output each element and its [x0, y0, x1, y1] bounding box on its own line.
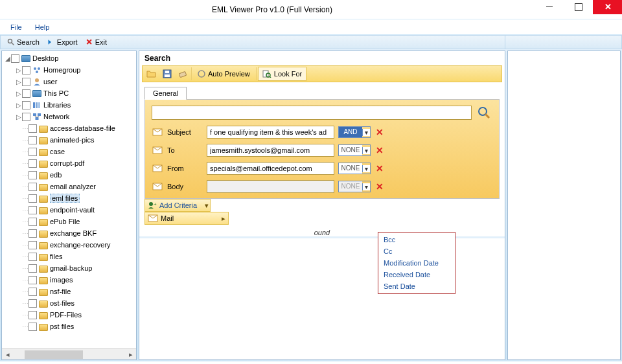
to-input[interactable]	[207, 144, 334, 157]
tree-checkbox[interactable]	[29, 323, 37, 331]
tree-checkbox[interactable]	[29, 124, 37, 133]
tree-checkbox[interactable]	[29, 171, 37, 179]
tree-item[interactable]: ⋯PDF-Files	[2, 309, 136, 321]
submenu-received-date[interactable]: Received Date	[378, 269, 455, 280]
tree-item[interactable]: ⋯images	[2, 274, 136, 286]
clear-button[interactable]	[176, 67, 190, 80]
expand-icon[interactable]: ▷	[15, 78, 22, 85]
tree-checkbox[interactable]	[29, 288, 37, 296]
tree-checkbox[interactable]	[29, 218, 37, 226]
tree-item[interactable]: ⋯case	[2, 146, 136, 157]
dropdown-icon[interactable]: ▾	[362, 147, 370, 154]
expand-icon[interactable]: ▷	[15, 67, 22, 74]
submenu-bcc[interactable]: Bcc	[378, 234, 455, 245]
from-operator[interactable]: NONE▾	[338, 163, 371, 174]
toolbar-exit[interactable]: Exit	[82, 38, 111, 46]
search-main-input[interactable]	[152, 106, 472, 120]
open-folder-button[interactable]	[144, 67, 159, 80]
close-button[interactable]	[593, 0, 622, 14]
tree-item[interactable]: ⋯pst files	[2, 321, 136, 332]
remove-from-button[interactable]: ✕	[374, 163, 385, 174]
expand-icon[interactable]: ▷	[15, 90, 22, 97]
tree-item-label: exchange-recovery	[50, 241, 111, 249]
collapse-icon[interactable]: ◢	[4, 55, 11, 62]
tree-root[interactable]: ◢ Desktop	[2, 52, 136, 64]
tree-checkbox[interactable]	[29, 194, 37, 203]
toolbar-export[interactable]: Export	[43, 38, 82, 46]
subject-input[interactable]	[207, 126, 334, 139]
toolbar-search[interactable]: Search	[3, 38, 43, 46]
save-button[interactable]	[160, 67, 174, 80]
body-input[interactable]	[207, 180, 334, 193]
tree-checkbox[interactable]	[29, 299, 37, 308]
tree-item[interactable]: ⋯ePub File	[2, 216, 136, 227]
horizontal-scrollbar[interactable]: ◂ ▸	[2, 348, 136, 359]
tree-checkbox[interactable]	[29, 311, 37, 319]
dropdown-icon[interactable]: ▾	[362, 129, 370, 136]
tree-item[interactable]: ⋯email analyzer	[2, 181, 136, 192]
tree-checkbox[interactable]	[29, 264, 37, 273]
tree-item[interactable]: ⋯gmail-backup	[2, 262, 136, 274]
tree-item[interactable]: ⋯nsf-file	[2, 286, 136, 297]
submenu-modification-date[interactable]: Modification Date	[378, 257, 455, 269]
menu-help[interactable]: Help	[29, 21, 56, 33]
remove-subject-button[interactable]: ✕	[374, 127, 385, 137]
tree-checkbox[interactable]	[22, 78, 30, 86]
title-bar: EML Viewer Pro v1.0 (Full Version)	[0, 0, 622, 19]
tree-item[interactable]: ▷Libraries	[2, 99, 136, 111]
submenu-sent-date[interactable]: Sent Date	[378, 280, 455, 292]
search-execute-button[interactable]	[476, 105, 492, 120]
expand-icon[interactable]: ▷	[15, 102, 22, 109]
tree-item[interactable]: ⋯exchange-recovery	[2, 239, 136, 251]
tree-checkbox[interactable]	[11, 54, 19, 63]
expand-icon[interactable]: ▷	[15, 113, 22, 120]
subject-operator[interactable]: AND▾	[338, 126, 371, 138]
maximize-button[interactable]	[564, 0, 593, 14]
scroll-right-icon[interactable]: ▸	[125, 349, 136, 360]
tree-item[interactable]: ⋯corrupt-pdf	[2, 157, 136, 169]
dropdown-icon[interactable]: ▾	[362, 165, 370, 172]
mail-category-button[interactable]: Mail ▸	[144, 212, 229, 225]
scrollbar-thumb[interactable]	[25, 350, 83, 359]
tree-checkbox[interactable]	[22, 101, 30, 109]
auto-preview-toggle[interactable]: Auto Preview	[193, 67, 255, 81]
look-for-button[interactable]: Look For	[258, 67, 306, 81]
add-criteria-button[interactable]: + Add Criteria ▾	[144, 199, 211, 212]
tree-item[interactable]: ▷Homegroup	[2, 64, 136, 76]
to-operator[interactable]: NONE▾	[338, 144, 371, 156]
tree-item[interactable]: ▷This PC	[2, 87, 136, 99]
tree-item[interactable]: ⋯exchange BKF	[2, 227, 136, 239]
tree-item-label: exchange BKF	[50, 229, 97, 237]
tree-item[interactable]: ⋯edb	[2, 169, 136, 181]
tree-item[interactable]: ⋯eml files	[2, 192, 136, 204]
tree-checkbox[interactable]	[29, 206, 37, 214]
tree-item[interactable]: ▷Network	[2, 111, 136, 122]
tree-checkbox[interactable]	[29, 241, 37, 249]
tree-checkbox[interactable]	[29, 229, 37, 238]
tree-checkbox[interactable]	[22, 89, 30, 98]
tab-general[interactable]: General	[144, 87, 187, 100]
tree-checkbox[interactable]	[29, 276, 37, 284]
tree-item[interactable]: ⋯access-database-file	[2, 122, 136, 134]
menu-file[interactable]: File	[4, 21, 29, 33]
tree-checkbox[interactable]	[22, 66, 30, 74]
folder-tree[interactable]: ◢ Desktop ▷Homegroup▷user▷This PC▷Librar…	[2, 51, 136, 348]
scroll-left-icon[interactable]: ◂	[2, 349, 13, 360]
tree-checkbox[interactable]	[29, 148, 37, 156]
tree-item[interactable]: ⋯endpoint-vault	[2, 204, 136, 216]
submenu-cc[interactable]: Cc	[378, 245, 455, 257]
tree-item[interactable]: ⋯animated-pics	[2, 134, 136, 146]
tree-item[interactable]: ▷user	[2, 76, 136, 87]
remove-body-button[interactable]: ✕	[374, 181, 385, 192]
tree-checkbox[interactable]	[29, 136, 37, 144]
tree-checkbox[interactable]	[29, 159, 37, 168]
tree-item[interactable]: ⋯files	[2, 251, 136, 262]
tree-item[interactable]: ⋯ost-files	[2, 297, 136, 309]
minimize-button[interactable]	[535, 0, 564, 14]
from-input[interactable]	[207, 162, 334, 175]
tree-checkbox[interactable]	[29, 253, 37, 261]
tree-checkbox[interactable]	[29, 183, 37, 191]
dropdown-icon[interactable]: ▾	[205, 201, 209, 210]
remove-to-button[interactable]: ✕	[374, 145, 385, 155]
tree-checkbox[interactable]	[22, 113, 30, 121]
